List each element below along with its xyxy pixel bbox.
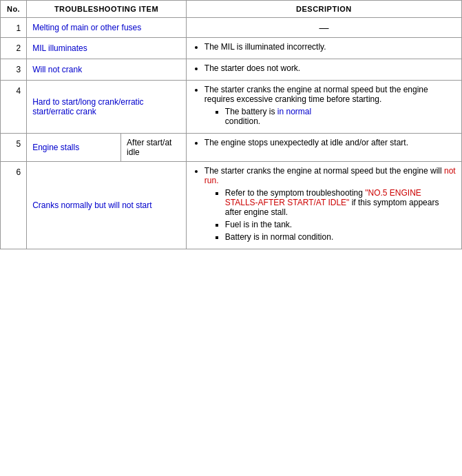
row-no: 3 xyxy=(1,59,27,81)
row-item: Will not crank xyxy=(27,59,187,81)
row-no: 4 xyxy=(1,81,27,134)
table-row: 1 Melting of main or other fuses — xyxy=(1,18,462,38)
list-item: The starter does not work. xyxy=(204,63,456,73)
header-no: No. xyxy=(1,1,27,18)
row-item-right: After start/at idle xyxy=(121,134,187,162)
table-row: 6 Cranks normally but will not start The… xyxy=(1,162,462,249)
row-no: 5 xyxy=(1,134,27,162)
row-desc: The starter cranks the engine at normal … xyxy=(186,162,461,249)
table-row: 5 Engine stalls After start/at idle The … xyxy=(1,134,462,162)
row-item-left: Engine stalls xyxy=(27,134,121,162)
row-item: Hard to start/long crank/erratic start/e… xyxy=(27,81,187,134)
condition-text: condition. xyxy=(225,116,260,126)
hardstart-main-text: The starter cranks the engine at normal … xyxy=(204,85,428,104)
list-subitem: Battery is in normal condition. xyxy=(225,232,456,242)
header-item: TROUBLESHOOTING ITEM xyxy=(27,1,187,18)
list-item: The starter cranks the engine at normal … xyxy=(204,85,456,126)
table-row: 2 MIL illuminates The MIL is illuminated… xyxy=(1,38,462,59)
red-text-2: "NO.5 ENGINE STALLS-AFTER START/AT IDLE" xyxy=(225,188,421,207)
row-no: 2 xyxy=(1,38,27,59)
row-no: 6 xyxy=(1,162,27,249)
blue-text: in normal xyxy=(277,107,311,116)
red-text: not run. xyxy=(204,166,456,185)
row-desc: The MIL is illuminated incorrectly. xyxy=(186,38,461,59)
row-no: 1 xyxy=(1,18,27,38)
list-subitem: Refer to the symptom troubleshooting "NO… xyxy=(225,188,456,217)
row-desc: The starter does not work. xyxy=(186,59,461,81)
row-item: MIL illuminates xyxy=(27,38,187,59)
list-item: The starter cranks the engine at normal … xyxy=(204,166,456,242)
list-item: The MIL is illuminated incorrectly. xyxy=(204,42,456,52)
table-row: 3 Will not crank The starter does not wo… xyxy=(1,59,462,81)
table-row: 4 Hard to start/long crank/erratic start… xyxy=(1,81,462,134)
row-desc: — xyxy=(186,18,461,38)
row-item: Melting of main or other fuses xyxy=(27,18,187,38)
list-subitem: The battery is in normal condition. xyxy=(225,107,456,126)
list-item: The engine stops unexpectedly at idle an… xyxy=(204,138,456,147)
list-subitem: Fuel is in the tank. xyxy=(225,220,456,229)
row-item: Cranks normally but will not start xyxy=(27,162,187,249)
row-desc: The engine stops unexpectedly at idle an… xyxy=(186,134,461,162)
row-desc: The starter cranks the engine at normal … xyxy=(186,81,461,134)
header-description: DESCRIPTION xyxy=(186,1,461,18)
